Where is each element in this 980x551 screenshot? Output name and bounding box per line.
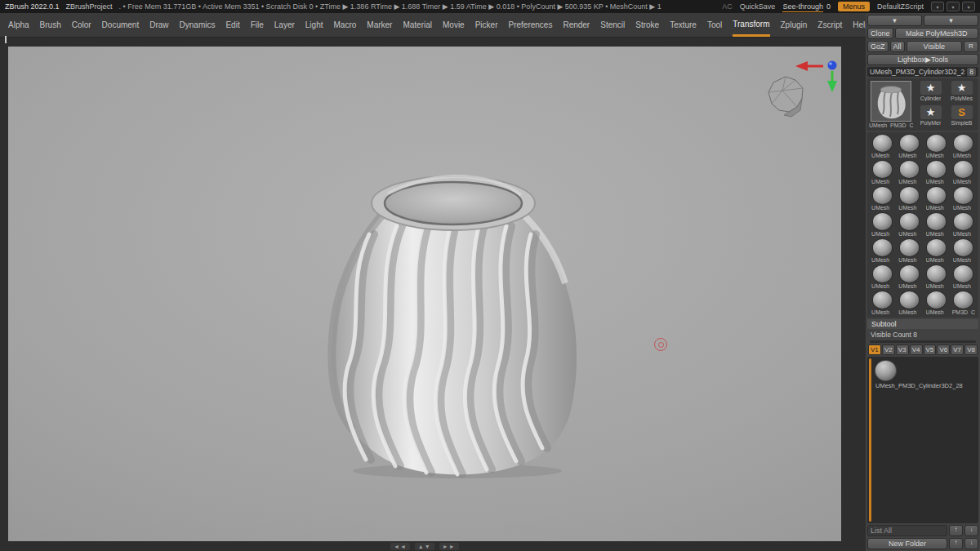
tool-thumbnail[interactable]: UMesh_ [869,238,895,264]
menus-button[interactable]: Menus [838,2,870,11]
tool-thumbnail[interactable]: UMesh_ [869,186,895,211]
menu-item[interactable]: Color [72,13,91,37]
recent-tool-cell[interactable]: ★ PolyMer [915,105,946,129]
tool-thumbnail[interactable]: UMesh_ [951,212,977,238]
goz-all-button[interactable]: All [890,41,905,52]
panel-dropdown-icon[interactable]: ▾ [962,2,975,11]
recent-tool-cell[interactable]: ★ PolyMes [947,81,977,104]
tool-thumbnail[interactable]: UMesh_ [869,264,895,290]
menu-item[interactable]: Document [102,13,140,37]
quicksave-button[interactable]: QuickSave [740,2,776,11]
make-polymesh3d-button[interactable]: Make PolyMesh3D [895,28,978,39]
subtool-move-icon[interactable]: ↑ [949,525,963,536]
menu-item[interactable]: Picker [475,13,498,37]
menu-item[interactable]: Transform [733,13,769,37]
menu-item[interactable]: Draw [149,13,168,37]
default-zscript-button[interactable]: DefaultZScript [877,2,924,11]
menu-item[interactable]: Brush [40,13,61,37]
tool-thumbnail[interactable]: UMesh_ [951,264,977,290]
subtool-list[interactable]: UMesh_PM3D_Cylinder3D2_28 [867,357,978,523]
panel-dropdown-icon[interactable]: ▾ [947,2,960,11]
visibility-tab[interactable]: V1 [868,344,881,355]
palette-flyout-button[interactable]: ▾ [924,15,978,26]
menu-item[interactable]: Render [563,13,590,37]
tool-thumbnail[interactable]: UMesh_ [896,134,922,159]
visibility-tab[interactable]: V6 [937,344,950,355]
canvas-scroll-vertical[interactable]: ▲▼ [415,543,434,550]
menu-item[interactable]: Movie [443,13,465,37]
menu-item[interactable]: Alpha [8,13,29,37]
tool-thumbnail[interactable]: UMesh_ [869,212,895,238]
tool-thumbnail[interactable]: UMesh_ [896,160,922,185]
visibility-tab[interactable]: V2 [882,344,895,355]
goz-visible-button[interactable]: Visible [906,41,962,52]
tool-thumbnail[interactable]: UMesh_ [924,291,950,316]
menu-item[interactable]: Dynamics [180,13,216,37]
see-through-slider[interactable]: See-through0 [782,2,831,11]
visibility-tab[interactable]: V8 [964,344,978,355]
tool-thumbnail[interactable]: UMesh_ [896,291,922,316]
tool-thumbnail[interactable]: PM3D_C [951,291,977,316]
goz-button[interactable]: GoZ [867,41,889,52]
tool-thumbnail[interactable]: UMesh_ [869,160,895,185]
tool-thumbnail[interactable]: UMesh_ [896,186,922,211]
visibility-tab[interactable]: V7 [951,344,964,355]
active-tool-thumb[interactable]: UMesh_PM3D_C [869,81,913,128]
palette-flyout-button[interactable]: ▾ [867,15,922,26]
menu-item[interactable]: Zplugin [781,13,808,37]
list-all-button[interactable]: List All [867,525,947,536]
visible-count-slider[interactable]: Visible Count 8 [867,331,978,339]
tool-thumbnail[interactable]: UMesh_ [896,264,922,290]
panel-dropdown-icon[interactable]: ▾ [931,2,944,11]
clone-button[interactable]: Clone [867,28,893,39]
tool-thumbnail[interactable]: UMesh_ [896,238,922,264]
menu-item[interactable]: Zscript [817,13,842,37]
lightbox-tools-button[interactable]: Lightbox▶Tools [867,54,978,65]
menu-item[interactable]: Stencil [600,13,625,37]
recent-tool-cell[interactable]: S SimpleB [947,105,977,129]
tool-thumbnail[interactable]: UMesh_ [924,212,950,238]
visibility-tab[interactable]: V3 [896,344,909,355]
tool-thumbnail[interactable]: UMesh_ [924,238,950,264]
goz-r-button[interactable]: R [964,41,978,52]
new-folder-button[interactable]: New Folder [867,538,947,549]
visibility-tab[interactable]: V5 [924,344,937,355]
menu-item[interactable]: Material [403,13,432,37]
tool-thumbnail[interactable]: UMesh_ [869,291,895,316]
menu-item[interactable]: Macro [334,13,357,37]
tool-thumbnail[interactable]: UMesh_ [924,264,950,290]
subtool-header[interactable]: Subtool [867,319,978,329]
current-tool-name[interactable]: UMesh_PM3D_Cylinder3D2_2 8 [867,67,978,77]
menu-item[interactable]: Edit [225,13,239,37]
tool-thumbnail[interactable]: UMesh_ [951,134,977,159]
canvas-scroll-right[interactable]: ►► [439,543,459,550]
visibility-tab[interactable]: V4 [910,344,923,355]
subtool-item[interactable]: UMesh_PM3D_Cylinder3D2_28 [875,361,975,389]
visible-count-track[interactable] [870,340,976,343]
folder-move-icon[interactable]: ↑ [949,538,963,549]
tool-thumbnail[interactable]: UMesh_ [924,160,950,185]
subtool-scrollbar[interactable] [869,358,871,522]
menu-item[interactable]: Texture [670,13,697,37]
menu-item[interactable]: Tool [707,13,722,37]
menu-item[interactable]: Light [305,13,323,37]
tool-thumbnail[interactable]: UMesh_ [924,186,950,211]
tool-thumbnail[interactable]: UMesh_ [924,134,950,159]
menu-item[interactable]: Preferences [508,13,552,37]
subtool-move-icon[interactable]: ↓ [964,525,978,536]
viewport-canvas[interactable] [8,47,841,541]
tool-thumbnail[interactable]: UMesh_ [869,134,895,159]
tool-thumbnail[interactable]: UMesh_ [896,212,922,238]
recent-tool-cell[interactable]: ★ Cylinder [915,81,946,104]
tool-thumbnail[interactable]: UMesh_ [951,186,977,211]
menu-item[interactable]: Layer [274,13,295,37]
folder-move-icon[interactable]: ↓ [964,538,978,549]
sculpt-model-vase[interactable] [310,153,588,479]
tool-thumbnail[interactable]: UMesh_ [951,160,977,185]
tool-thumbnail[interactable]: UMesh_ [951,238,977,264]
canvas-scroll-left[interactable]: ◄◄ [390,543,410,550]
mesh-preview-head[interactable] [764,74,807,120]
menu-item[interactable]: Marker [367,13,392,37]
menu-item[interactable]: Stroke [635,13,659,37]
menu-item[interactable]: File [251,13,264,37]
